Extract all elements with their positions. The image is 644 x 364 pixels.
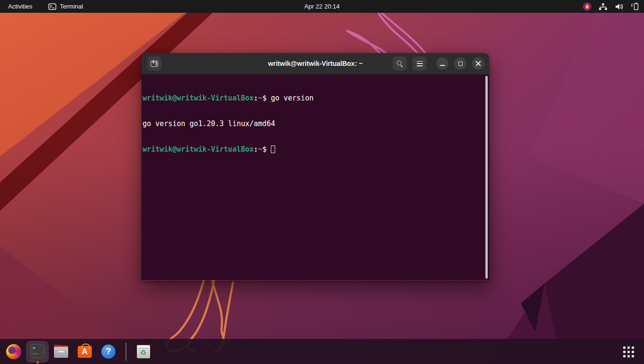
dock-separator [125, 343, 126, 361]
terminal-app-icon [48, 3, 56, 10]
prompt-path: ~ [258, 94, 262, 102]
activities-label: Activities [8, 3, 32, 10]
focused-app-menu[interactable]: Terminal [48, 0, 83, 13]
clock[interactable]: Apr 22 20:14 [304, 3, 340, 10]
dock-item-firefox[interactable] [6, 344, 21, 359]
desktop: Activities Terminal Apr 22 20:14 [0, 0, 644, 364]
prompt-path: ~ [258, 145, 262, 154]
prompt-user-host: writwik@writwik-VirtualBox [143, 94, 254, 102]
terminal-icon: >__ [30, 344, 45, 358]
terminal-titlebar[interactable]: writwik@writwik-VirtualBox: ~ [142, 53, 489, 74]
new-tab-button[interactable] [147, 56, 161, 71]
terminal-output-line: go version go1.20.3 linux/amd64 [143, 119, 483, 128]
dock-item-terminal[interactable]: >__ [30, 344, 45, 359]
battery-charging-icon[interactable] [630, 2, 639, 11]
maximize-icon [458, 62, 463, 66]
dock-item-help[interactable]: ? [101, 344, 116, 359]
dock: >__ A ? ♻ [0, 339, 644, 364]
focused-app-label: Terminal [60, 3, 83, 10]
search-button[interactable] [393, 56, 407, 71]
close-icon [475, 61, 481, 66]
network-wired-icon[interactable] [598, 2, 608, 11]
dock-item-ubuntu-software[interactable]: A [77, 344, 92, 359]
app-indicator-flame-icon[interactable] [582, 2, 592, 11]
close-button[interactable] [472, 57, 484, 70]
minimize-icon [440, 65, 445, 66]
new-tab-icon [151, 61, 158, 67]
ubuntu-software-icon: A [78, 346, 92, 358]
top-bar: Activities Terminal Apr 22 20:14 [0, 0, 644, 13]
hamburger-menu-icon [417, 61, 423, 66]
activities-button[interactable]: Activities [8, 0, 32, 13]
search-icon [396, 60, 403, 67]
terminal-prompt-line: writwik@writwik-VirtualBox:~$ [143, 145, 483, 154]
terminal-screen[interactable]: writwik@writwik-VirtualBox:~$go version … [142, 74, 489, 280]
maximize-button[interactable] [454, 57, 466, 70]
trash-icon: ♻ [137, 345, 150, 358]
dock-item-files[interactable] [54, 344, 69, 359]
command-text: go version [267, 94, 313, 102]
terminal-scrollbar[interactable] [485, 76, 488, 279]
status-tray[interactable] [582, 0, 639, 13]
terminal-line: writwik@writwik-VirtualBox:~$go version [143, 94, 483, 102]
minimize-button[interactable] [436, 57, 448, 70]
firefox-icon [6, 344, 21, 359]
terminal-cursor [271, 146, 275, 153]
volume-icon[interactable] [614, 2, 624, 11]
dock-item-trash[interactable]: ♻ [136, 344, 151, 359]
menu-button[interactable] [412, 56, 427, 71]
show-applications-button[interactable] [621, 345, 635, 359]
terminal-window: writwik@writwik-VirtualBox: ~ [142, 53, 489, 281]
prompt-user-host: writwik@writwik-VirtualBox [143, 145, 254, 154]
files-icon [54, 346, 68, 358]
help-icon: ? [101, 345, 116, 359]
running-indicator-dot [36, 361, 39, 364]
